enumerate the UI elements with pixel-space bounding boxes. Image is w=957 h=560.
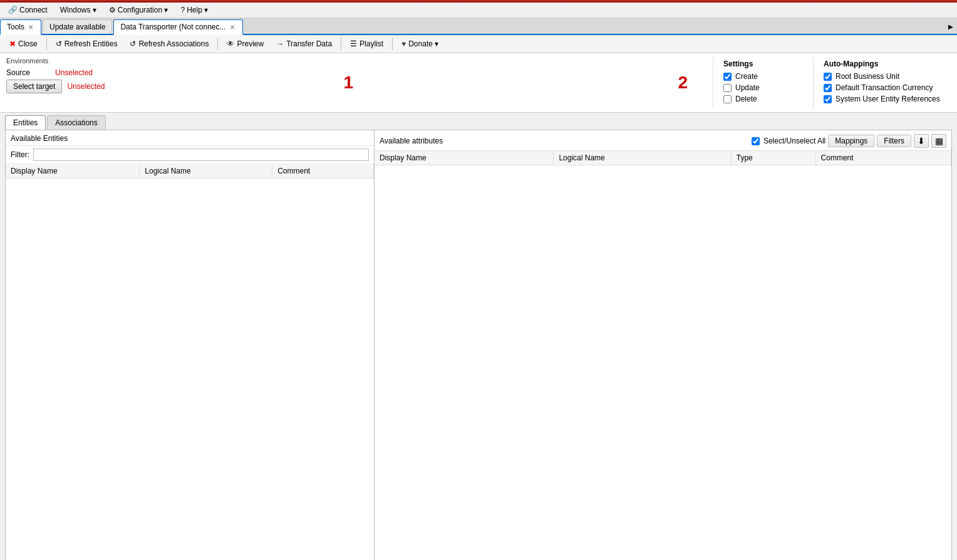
toolbar-separator-1 bbox=[46, 38, 47, 50]
create-label[interactable]: Create bbox=[735, 72, 758, 81]
refresh-entities-button[interactable]: ↺ Refresh Entities bbox=[50, 37, 123, 51]
preview-icon: 👁 bbox=[227, 39, 234, 48]
tab-tools[interactable]: Tools ✕ bbox=[0, 19, 41, 35]
tab-data-transporter-close[interactable]: ✕ bbox=[229, 24, 236, 31]
step-number-1: 1 bbox=[343, 73, 353, 93]
download-button[interactable]: ⬇ bbox=[914, 134, 929, 148]
attributes-panel-header: Available attributes Select/Unselect All… bbox=[375, 130, 951, 151]
attributes-col-type[interactable]: Type bbox=[731, 151, 815, 165]
menu-help-label: Help ▾ bbox=[187, 6, 208, 14]
environments-left: Environments Source Unselected Select ta… bbox=[6, 57, 331, 93]
auto-mappings-title: Auto-Mappings bbox=[824, 60, 941, 68]
update-label[interactable]: Update bbox=[735, 83, 760, 92]
transfer-data-label: Transfer Data bbox=[286, 39, 332, 48]
entities-col-logical-name[interactable]: Logical Name bbox=[140, 164, 272, 179]
update-setting-row: Update bbox=[723, 83, 803, 92]
grid-view-button[interactable]: ▦ bbox=[931, 134, 946, 148]
menu-configuration-label: Configuration ▾ bbox=[118, 6, 168, 14]
filter-input[interactable] bbox=[33, 148, 369, 161]
panels-container: Available Entities Filter: Display Name … bbox=[0, 130, 957, 560]
filter-label: Filter: bbox=[11, 150, 29, 159]
environments-rows: Source Unselected Select target Unselect… bbox=[6, 68, 331, 93]
filters-button[interactable]: Filters bbox=[877, 135, 911, 147]
delete-label[interactable]: Delete bbox=[735, 95, 757, 103]
tab-associations[interactable]: Associations bbox=[47, 115, 105, 130]
tab-data-transporter[interactable]: Data Transporter (Not connec... ✕ bbox=[113, 19, 242, 35]
menu-windows[interactable]: Windows ▾ bbox=[54, 4, 102, 16]
attributes-header-left: Available attributes bbox=[380, 137, 443, 145]
entities-data-table: Display Name Logical Name Comment bbox=[6, 164, 374, 179]
help-icon: ? bbox=[180, 6, 185, 14]
refresh-associations-button[interactable]: ↺ Refresh Associations bbox=[124, 37, 214, 51]
root-business-unit-row: Root Business Unit bbox=[824, 72, 941, 81]
menu-configuration[interactable]: ⚙ Configuration ▾ bbox=[103, 4, 174, 16]
default-transaction-currency-checkbox[interactable] bbox=[824, 84, 832, 92]
tab-scroll-button[interactable]: ▶ bbox=[944, 21, 957, 33]
default-transaction-currency-row: Default Transaction Currency bbox=[824, 83, 941, 92]
grid-icon: ▦ bbox=[935, 136, 943, 146]
attributes-panel-controls: Select/Unselect All Mappings Filters ⬇ ▦ bbox=[752, 134, 946, 148]
tab-entities-label: Entities bbox=[13, 118, 38, 127]
system-user-entity-references-row: System User Entity References bbox=[824, 95, 941, 103]
attributes-table-header-row: Display Name Logical Name Type Comment bbox=[375, 151, 951, 165]
settings-panel: Settings Create Update Delete bbox=[713, 57, 813, 108]
gear-icon: ⚙ bbox=[109, 6, 116, 14]
tab-data-transporter-label: Data Transporter (Not connec... bbox=[120, 23, 225, 31]
source-row: Source Unselected bbox=[6, 68, 331, 77]
tab-tools-close[interactable]: ✕ bbox=[27, 24, 34, 31]
target-value: Unselected bbox=[67, 82, 105, 91]
menu-connect[interactable]: 🔗 Connect bbox=[3, 4, 53, 16]
system-user-entity-references-label[interactable]: System User Entity References bbox=[835, 95, 940, 103]
entities-col-display-name[interactable]: Display Name bbox=[6, 164, 140, 179]
toolbar-separator-4 bbox=[392, 38, 393, 50]
donate-button[interactable]: ♥ Donate ▾ bbox=[396, 37, 444, 51]
root-business-unit-label[interactable]: Root Business Unit bbox=[835, 72, 899, 81]
update-checkbox[interactable] bbox=[723, 84, 732, 92]
select-all-label[interactable]: Select/Unselect All bbox=[763, 137, 825, 145]
attributes-col-comment[interactable]: Comment bbox=[815, 151, 951, 165]
system-user-entity-references-checkbox[interactable] bbox=[824, 95, 832, 103]
entities-table-header-row: Display Name Logical Name Comment bbox=[6, 164, 374, 179]
default-transaction-currency-label[interactable]: Default Transaction Currency bbox=[835, 83, 933, 92]
playlist-icon: ☰ bbox=[350, 39, 357, 48]
menu-bar: 🔗 Connect Windows ▾ ⚙ Configuration ▾ ? … bbox=[0, 3, 957, 18]
tab-tools-label: Tools bbox=[7, 23, 24, 31]
select-all-checkbox[interactable] bbox=[752, 137, 760, 145]
attributes-col-display-name[interactable]: Display Name bbox=[375, 151, 554, 165]
attributes-panel: Available attributes Select/Unselect All… bbox=[375, 130, 952, 560]
toolbar-separator-2 bbox=[217, 38, 218, 50]
auto-mappings-panel: Auto-Mappings Root Business Unit Default… bbox=[813, 57, 951, 108]
close-label: Close bbox=[18, 39, 38, 48]
preview-button[interactable]: 👁 Preview bbox=[221, 37, 269, 51]
transfer-icon: → bbox=[276, 39, 284, 48]
attributes-data-table: Display Name Logical Name Type Comment bbox=[375, 151, 951, 165]
refresh-associations-label: Refresh Associations bbox=[138, 39, 209, 48]
tabs-bar: Tools ✕ Update available Data Transporte… bbox=[0, 18, 957, 35]
settings-title: Settings bbox=[723, 60, 803, 68]
mappings-button[interactable]: Mappings bbox=[828, 135, 874, 147]
delete-checkbox[interactable] bbox=[723, 95, 732, 103]
delete-setting-row: Delete bbox=[723, 95, 803, 103]
attributes-table: Display Name Logical Name Type Comment bbox=[375, 151, 951, 560]
close-button[interactable]: ✖ Close bbox=[4, 37, 43, 51]
entities-table: Display Name Logical Name Comment bbox=[6, 164, 374, 560]
donate-label: Donate ▾ bbox=[408, 39, 438, 48]
transfer-data-button[interactable]: → Transfer Data bbox=[271, 37, 338, 51]
toolbar-separator-3 bbox=[341, 38, 341, 50]
entities-col-comment[interactable]: Comment bbox=[272, 164, 374, 179]
entities-panel: Available Entities Filter: Display Name … bbox=[5, 130, 375, 560]
preview-label: Preview bbox=[237, 39, 264, 48]
menu-windows-label: Windows ▾ bbox=[60, 6, 96, 14]
toolbar: ✖ Close ↺ Refresh Entities ↺ Refresh Ass… bbox=[0, 35, 957, 53]
select-target-button[interactable]: Select target bbox=[6, 80, 62, 93]
create-checkbox[interactable] bbox=[723, 73, 732, 81]
tab-update[interactable]: Update available bbox=[43, 19, 112, 34]
menu-help[interactable]: ? Help ▾ bbox=[175, 4, 214, 16]
playlist-button[interactable]: ☰ Playlist bbox=[344, 37, 389, 51]
refresh-entities-icon: ↺ bbox=[56, 39, 62, 48]
select-unselect-all-row: Select/Unselect All bbox=[752, 137, 825, 145]
attributes-col-logical-name[interactable]: Logical Name bbox=[554, 151, 731, 165]
root-business-unit-checkbox[interactable] bbox=[824, 73, 832, 81]
refresh-associations-icon: ↺ bbox=[130, 39, 136, 48]
tab-entities[interactable]: Entities bbox=[5, 115, 46, 130]
